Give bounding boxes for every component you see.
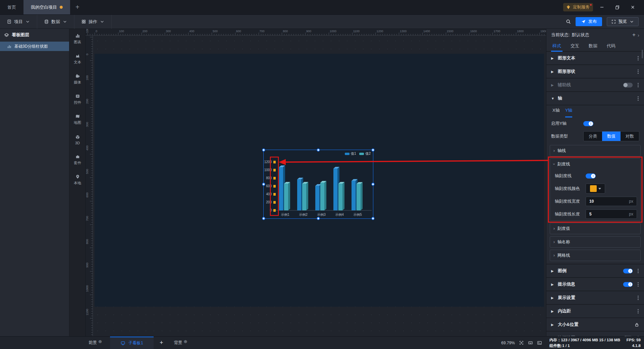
guide-line-toggle[interactable] <box>623 83 633 87</box>
section-border-settings[interactable]: ▶ 边框设置 <box>546 332 644 336</box>
toolbox-item-chart[interactable]: 图表 <box>69 29 86 49</box>
resize-handle-nw[interactable] <box>262 149 265 152</box>
subsection-grid-line[interactable]: › 网格线 <box>550 250 641 261</box>
axis-tick-toggle[interactable] <box>586 173 596 179</box>
subboard-tab[interactable]: 子看板1 <box>110 337 154 349</box>
maximize-button[interactable] <box>610 2 624 12</box>
section-legend[interactable]: ▶ 图例 <box>546 264 644 278</box>
segment-log[interactable]: 对数 <box>621 132 639 141</box>
tab-project[interactable]: 我的空白项目 <box>23 0 70 14</box>
resize-handle-n[interactable] <box>317 149 320 152</box>
menu-operation[interactable]: 操作 <box>74 15 111 29</box>
kebab-menu-icon[interactable] <box>637 308 639 314</box>
chevron-right-icon: › <box>553 253 555 258</box>
resize-handle-w[interactable] <box>262 183 265 186</box>
resize-handle-e[interactable] <box>372 183 375 186</box>
tab-y-axis[interactable]: Y轴 <box>565 107 573 117</box>
toolbox-item-media[interactable]: 媒体 <box>69 69 86 89</box>
document-icon <box>7 19 12 24</box>
toolbox-item-text[interactable]: 文本 <box>69 49 86 69</box>
custom-service-badge[interactable]: 定制服务 <box>563 3 593 11</box>
state-expand-chevron-icon[interactable]: › <box>638 32 639 38</box>
subsection-axis-name[interactable]: › 轴名称 <box>550 236 641 248</box>
keyboard-shortcuts-icon[interactable] <box>528 340 533 345</box>
bar-chart-icon <box>7 44 12 49</box>
kebab-menu-icon[interactable] <box>637 295 639 301</box>
section-tooltip[interactable]: ▶ 提示信息 <box>546 278 644 291</box>
tab-x-axis[interactable]: X轴 <box>552 107 560 117</box>
resize-handle-sw[interactable] <box>262 217 265 220</box>
section-graphic-shape[interactable]: ▶ 图形形状 <box>546 65 644 79</box>
tab-home[interactable]: 首页 <box>0 0 23 14</box>
preview-button[interactable]: 预览 <box>607 17 639 26</box>
chart-legend: 值1值2 <box>345 151 371 156</box>
add-state-button[interactable]: + <box>632 32 636 38</box>
kebab-menu-icon[interactable] <box>637 69 639 74</box>
toolbox-item-map[interactable]: 地图 <box>69 109 86 130</box>
kebab-menu-icon[interactable] <box>637 268 639 274</box>
tick-length-input[interactable]: 5 px <box>586 209 637 219</box>
menu-data[interactable]: 数据 <box>37 15 74 29</box>
kebab-menu-icon[interactable] <box>637 96 639 101</box>
app-window: 首页 我的空白项目 + 定制服务 项目 数据 <box>0 0 644 349</box>
menu-project-label: 项目 <box>14 19 23 25</box>
minimize-button[interactable] <box>595 2 608 12</box>
legend-item: 值1 <box>345 151 356 156</box>
collapse-arrow-icon: ▶ <box>551 283 554 286</box>
publish-button[interactable]: 发布 <box>576 17 602 26</box>
section-size-position[interactable]: ▶ 大小&位置 <box>546 318 644 332</box>
tab-code[interactable]: 代码 <box>606 42 616 52</box>
component-toolbox: 图表 文本 媒体 控件 地图 3D 套件 本地 <box>69 29 86 336</box>
kebab-menu-icon[interactable] <box>637 282 639 287</box>
enable-y-axis-toggle[interactable] <box>583 121 593 126</box>
segment-category[interactable]: 分类 <box>584 132 602 141</box>
canvas-area[interactable]: 0100200300400500600700800900100011001200… <box>86 29 546 336</box>
new-tab-button[interactable]: + <box>70 0 85 14</box>
section-display-settings[interactable]: ▶ 展示设置 <box>546 291 644 305</box>
tab-style[interactable]: 样式 <box>552 42 562 52</box>
layer-item-3d-bar-chart[interactable]: 基础3D分组柱状图 <box>0 42 69 51</box>
section-graphic-text[interactable]: ▶ 图形文本 <box>546 52 644 65</box>
resize-handle-se[interactable] <box>372 217 375 220</box>
console-icon[interactable] <box>537 340 542 345</box>
legend-toggle[interactable] <box>623 268 633 273</box>
subsection-tick-line[interactable]: › 刻度线 轴刻度线 轴刻度线颜色 轴刻度线宽度 <box>550 158 641 221</box>
svg-text:1000: 1000 <box>264 168 272 172</box>
toolbox-item-local[interactable]: 本地 <box>69 170 86 190</box>
search-icon[interactable] <box>566 19 571 24</box>
tab-data[interactable]: 数据 <box>588 42 598 52</box>
add-subboard-button[interactable]: + <box>154 337 169 349</box>
section-axis[interactable]: ▼ 轴 <box>546 92 644 105</box>
panel-scrollbar[interactable] <box>642 50 643 58</box>
close-button[interactable] <box>626 2 639 12</box>
section-padding[interactable]: ▶ 内边距 <box>546 305 644 318</box>
section-title: 辅助线 <box>558 82 571 88</box>
subsection-axis-line[interactable]: › 轴线 <box>550 145 641 156</box>
kebab-menu-icon[interactable] <box>637 82 639 88</box>
segment-numeric[interactable]: 数值 <box>602 132 621 141</box>
kebab-menu-icon[interactable] <box>637 55 639 61</box>
tooltip-toggle[interactable] <box>623 282 633 287</box>
tick-width-input[interactable]: 10 px <box>586 197 637 206</box>
tab-interaction[interactable]: 交互 <box>570 42 580 52</box>
menu-project[interactable]: 项目 <box>0 15 37 29</box>
section-guide-line[interactable]: ▶ 辅助线 <box>546 79 644 92</box>
data-type-row: 数据类型 分类 数值 对数 <box>546 130 644 143</box>
lock-icon[interactable] <box>634 322 639 327</box>
subsection-tick-value[interactable]: › 刻度值 <box>550 223 641 234</box>
tab-home-label: 首页 <box>7 4 16 10</box>
selected-chart-component[interactable]: 020040060080010001200示例1示例2示例3示例4示例5 值1值… <box>263 150 373 219</box>
toolbox-item-widget[interactable]: 控件 <box>69 89 86 109</box>
background-group: 背景 ⊕ <box>169 337 191 349</box>
add-foreground-button[interactable]: ⊕ <box>98 339 102 344</box>
tick-color-picker[interactable] <box>586 184 605 194</box>
resize-handle-ne[interactable] <box>372 149 375 152</box>
fullscreen-frame-icon <box>611 19 616 24</box>
add-background-button[interactable]: ⊕ <box>183 339 187 344</box>
toolbox-item-cube[interactable]: 3D <box>69 130 86 150</box>
toolbox-item-kit[interactable]: 套件 <box>69 150 86 170</box>
resize-handle-s[interactable] <box>317 217 320 220</box>
section-title: 展示设置 <box>558 295 575 301</box>
fit-screen-icon[interactable] <box>519 340 524 345</box>
menu-data-label: 数据 <box>51 19 60 25</box>
